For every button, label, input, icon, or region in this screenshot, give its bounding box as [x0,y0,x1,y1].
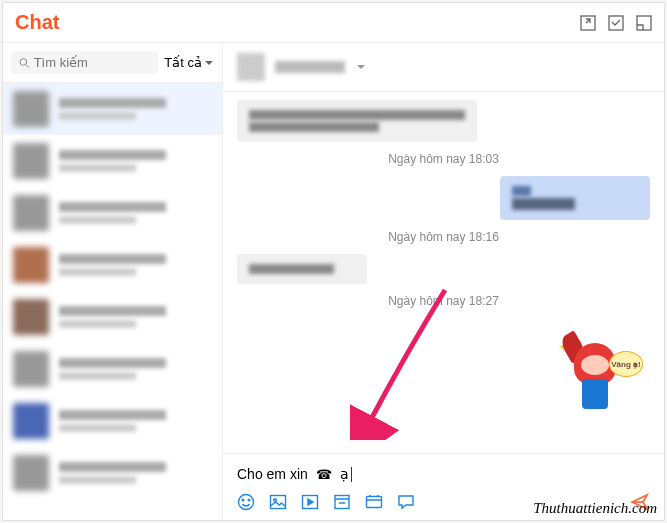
dropdown-check-icon[interactable] [608,15,624,31]
timestamp: Ngày hôm nay 18:03 [237,152,650,166]
svg-point-5 [242,499,244,501]
contact-item[interactable] [3,135,222,187]
svg-point-8 [274,499,277,502]
chat-template-icon[interactable] [397,493,415,511]
avatar [13,455,49,491]
contact-list [3,83,222,520]
popout-icon[interactable] [580,15,596,31]
text-cursor [351,467,352,482]
avatar [13,195,49,231]
avatar [13,351,49,387]
minimize-icon[interactable] [636,15,652,31]
svg-point-3 [20,58,27,65]
body: Tất cả [3,43,664,520]
sticker-character: ✦ Vâng ạ! [544,333,639,418]
contact-item[interactable] [3,395,222,447]
search-box[interactable] [11,51,158,74]
video-icon[interactable] [301,493,319,511]
header: Chat [3,3,664,43]
filter-label: Tất cả [164,55,202,70]
avatar [13,299,49,335]
svg-rect-2 [637,16,651,30]
timestamp: Ngày hôm nay 18:16 [237,230,650,244]
avatar [13,247,49,283]
search-row: Tất cả [3,43,222,83]
svg-rect-1 [609,16,623,30]
svg-point-6 [248,499,250,501]
conversation-header [223,43,664,92]
conversation-panel: Ngày hôm nay 18:03 Ngày hôm nay 18:16 Ng… [223,43,664,520]
message-input[interactable]: Cho em xin ☎ ạ [237,462,650,492]
svg-rect-0 [581,16,595,30]
message-incoming [237,100,650,142]
contact-item[interactable] [3,343,222,395]
sticker-speech-bubble: Vâng ạ! [609,351,643,377]
chat-window: Chat Tất cả [2,2,665,521]
message-outgoing [237,176,650,220]
contact-item[interactable] [3,291,222,343]
contact-avatar [237,53,265,81]
svg-rect-11 [367,497,382,508]
search-icon [19,57,30,69]
svg-rect-10 [335,496,349,509]
svg-point-4 [239,495,254,510]
contact-item[interactable] [3,187,222,239]
conversation-menu-icon[interactable] [355,62,367,72]
sticker-icon[interactable] [333,493,351,511]
contact-name [275,61,345,73]
filter-dropdown[interactable]: Tất cả [164,55,214,70]
contact-item[interactable] [3,239,222,291]
chevron-down-icon [204,58,214,68]
emoji-icon[interactable] [237,493,255,511]
avatar [13,143,49,179]
contact-item[interactable] [3,83,222,135]
sidebar: Tất cả [3,43,223,520]
svg-rect-7 [271,496,286,509]
contact-item[interactable] [3,447,222,499]
app-title: Chat [15,11,59,34]
search-input[interactable] [34,55,151,70]
message-incoming [237,254,650,284]
namecard-icon[interactable] [365,493,383,511]
phone-emoji-icon: ☎ [316,467,332,482]
timestamp: Ngày hôm nay 18:27 [237,294,650,308]
avatar [13,91,49,127]
header-controls [580,15,652,31]
avatar [13,403,49,439]
image-icon[interactable] [269,493,287,511]
watermark: Thuthuattienich.com [533,500,657,517]
